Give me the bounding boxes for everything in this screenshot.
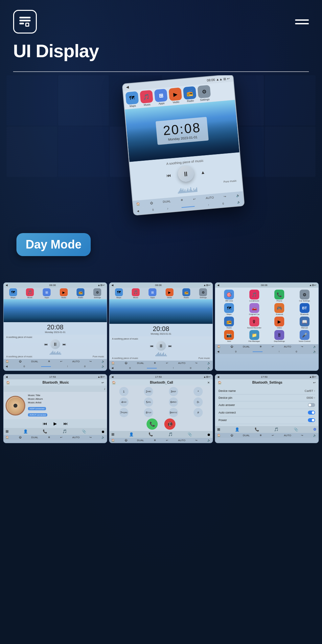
bt-call-title: Bluetooth_Call (150, 381, 173, 384)
hamburger-menu[interactable] (295, 19, 309, 24)
screenshots-row1: ◀ 08:06 ▲⊞↩ 🗺 Maps 🎵 Music ⊞ Apps ▶ (3, 282, 319, 371)
title-divider (13, 71, 309, 72)
dial-2[interactable]: 2ABC (144, 387, 153, 396)
bt-device-pin-row: Device pin 0000 › (218, 394, 315, 401)
sc5-status-time: 17:53 (155, 375, 162, 378)
power-label: Power (218, 418, 227, 422)
screenshot-bt-settings: ◀ 17:53 ▲⊞↩ 🏠 Bluetooth_Settings ↩ Devic… (215, 374, 319, 443)
sc4-status-time: 17:53 (49, 375, 56, 378)
dial-4[interactable]: 4GHI (119, 397, 128, 407)
dial-6[interactable]: 6MNO (169, 397, 178, 407)
sc1-clock-time: 20:08 (5, 323, 105, 331)
dial-5[interactable]: 5JKL (144, 397, 153, 407)
hero-section: ◀ 08:06 ▲▲ ⊞ ↩ 🗺 Maps 🎵 Music (7, 75, 315, 279)
screenshots-row2: ◀ 17:53 ▲⊞↩ 🏠 Bluetooth_Music ↩ ♪ Music … (3, 374, 319, 443)
sc1-clock-date: Monday 2023-01-01 (5, 331, 105, 333)
sc2-clock-date: Monday 2023-01-01 (111, 333, 211, 335)
bt-avrcp-badge: AVRCP connected (28, 413, 47, 417)
auto-answer-toggle[interactable] (308, 403, 315, 407)
sc2-status-time: 08:06 (155, 284, 162, 287)
dial-3[interactable]: 3DEF (169, 387, 178, 396)
bt-power-row[interactable]: Power (218, 417, 315, 424)
bt-auto-connect-row[interactable]: Auto connect (218, 409, 315, 417)
next-button[interactable]: ▲ (198, 167, 208, 177)
day-mode-text: Day Mode (26, 238, 81, 251)
bt-settings-title: Bluetooth_Settings (252, 381, 283, 384)
sc2-play-button[interactable]: ⏸ (156, 341, 166, 351)
bt-music-album: Music Album (28, 397, 105, 400)
dial-7[interactable]: 7PQRS (119, 408, 128, 417)
sc1-music-genre: Pure music (93, 355, 104, 358)
sc1-play-button[interactable]: ⏸ (50, 339, 60, 349)
main-device-mockup: ◀ 08:06 ▲▲ ⊞ ↩ 🗺 Maps 🎵 Music (122, 75, 245, 216)
bt-device-name-row: Device name CarBT › (218, 388, 315, 394)
sc1-status-time: 08:06 (49, 284, 56, 287)
prev-button[interactable]: ⏮ (164, 170, 174, 180)
auto-connect-toggle[interactable] (308, 411, 315, 415)
logo-icon[interactable] (13, 10, 37, 34)
sc3-status-time: 08:06 (261, 284, 267, 287)
sc1-music-label: A soothing piece of music (6, 336, 104, 338)
sc2-music-label: A soothing piece of music (112, 338, 210, 340)
bt-music-song-title: Music Title (28, 394, 105, 397)
album-art (6, 396, 25, 416)
play-pause-button[interactable]: ⏸ (177, 165, 195, 182)
screenshot-card-2: ◀ 08:06 ▲⊞↩ 🗺 Maps 🎵 Music ⊞ Apps ▶ (109, 282, 213, 371)
dial-hash[interactable]: # (194, 408, 203, 417)
bt-music-title: Bluetooth_Music (42, 381, 69, 384)
bt-a2dp-badge: A2DP connected (28, 407, 46, 410)
screenshot-bt-music: ◀ 17:53 ▲⊞↩ 🏠 Bluetooth_Music ↩ ♪ Music … (3, 374, 107, 443)
auto-connect-label: Auto connect (218, 411, 236, 414)
dial-9[interactable]: 9WXYZ (169, 408, 178, 417)
sc2-clock-time: 20:08 (111, 325, 211, 333)
bt-music-artist: Music Artist (28, 401, 105, 404)
sc6-status-time: 17:53 (261, 375, 267, 378)
call-button[interactable]: 📞 (147, 418, 158, 430)
dial-8[interactable]: 8TUV (144, 408, 153, 417)
end-call-button[interactable]: 📵 (164, 418, 175, 430)
screenshot-card-3: ◀ 08:06 ▲⊞↩ 🎯 360 view 🎵 Localmusic 📞 Ph… (215, 282, 319, 371)
bt-auto-answer-row[interactable]: Auto answer (218, 401, 315, 409)
dial-star[interactable]: * (194, 387, 203, 396)
page-title: UI Display (13, 40, 309, 61)
dial-0-dash[interactable]: 0- (194, 397, 203, 407)
screenshot-card-1: ◀ 08:06 ▲⊞↩ 🗺 Maps 🎵 Music ⊞ Apps ▶ (3, 282, 107, 371)
day-mode-badge: Day Mode (16, 233, 91, 256)
screenshot-bt-call: ◀ 17:53 ▲⊞↩ 🏠 Bluetooth_Call ✕ 1 2ABC 3D… (109, 374, 213, 443)
dial-1[interactable]: 1 (119, 387, 128, 396)
auto-answer-label: Auto answer (218, 403, 235, 407)
sc1-music-label2: A soothing piece of music (6, 355, 32, 358)
power-toggle[interactable] (308, 418, 315, 422)
